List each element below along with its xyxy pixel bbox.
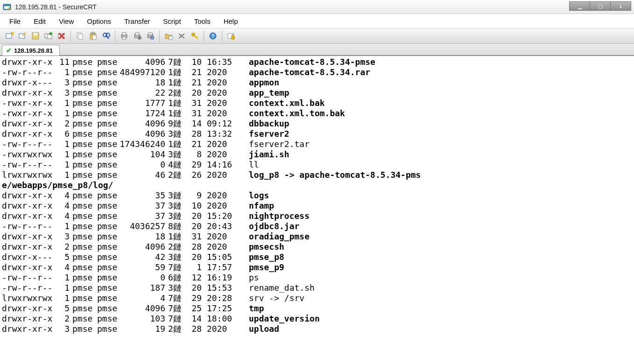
- col-user: pmse: [70, 108, 95, 119]
- listing-row: -rwxr-xr-x1pmsepmse17771鏈 31 2020context…: [2, 98, 632, 108]
- restore-button[interactable]: ⤓: [610, 1, 631, 11]
- menu-options[interactable]: Options: [87, 17, 111, 25]
- listing-row: -rw-r--r--1pmsepmse4849971201鏈 21 2020ap…: [2, 67, 632, 77]
- col-name: nightprocess: [247, 211, 310, 221]
- copy-icon[interactable]: [74, 30, 85, 42]
- col-links: 3: [56, 231, 70, 242]
- listing-row: drwxr-xr-x4pmsepmse373鏈 10 2020nfamp: [2, 201, 632, 211]
- quick-connect-icon[interactable]: [17, 30, 28, 42]
- listing-row: drwxr-xr-x4pmsepmse597鏈 1 17:57pmse_p9: [2, 262, 632, 273]
- col-size: 4096: [119, 57, 165, 67]
- col-size: 37: [119, 211, 165, 221]
- col-perm: drwxr-xr-x: [2, 314, 56, 324]
- col-date: 1鏈 21 2020: [165, 77, 247, 88]
- col-group: pmse: [95, 283, 119, 293]
- toolbar: ?: [0, 28, 634, 44]
- col-date: 3鏈 20 15:05: [165, 252, 247, 262]
- svg-rect-32: [169, 36, 172, 40]
- menu-help[interactable]: Help: [224, 17, 238, 25]
- svg-rect-8: [34, 33, 37, 35]
- print-setup-icon[interactable]: [132, 30, 143, 42]
- menu-bar: FileEditViewOptionsTransferScriptToolsHe…: [0, 14, 634, 28]
- listing-row: drwxr-xr-x4pmsepmse373鏈 20 15:20nightpro…: [2, 211, 632, 221]
- col-name: app_temp: [247, 88, 289, 98]
- col-name: pmse_p9: [247, 262, 284, 273]
- svg-rect-2: [4, 5, 10, 6]
- key-icon[interactable]: [189, 30, 200, 42]
- col-user: pmse: [70, 283, 95, 293]
- col-date: 8鏈 20 20:43: [165, 221, 247, 231]
- window-title: 128.195.28.81 - SecureCRT: [15, 3, 97, 11]
- maximize-button[interactable]: ▢: [590, 1, 611, 11]
- svg-point-35: [181, 35, 183, 37]
- col-links: 4: [56, 211, 70, 221]
- title-bar: 128.195.28.81 - SecureCRT ▁ ▢ ⤓: [0, 0, 634, 14]
- svg-point-11: [49, 32, 52, 35]
- col-perm: drwxr-xr-x: [2, 303, 56, 314]
- svg-text:?: ?: [211, 33, 215, 39]
- listing-row: drwxr-xr-x3pmsepmse192鏈 28 2020upload: [2, 324, 632, 334]
- col-size: 4036257: [119, 221, 165, 231]
- svg-point-4: [12, 34, 13, 35]
- col-name: jiami.sh: [247, 149, 289, 160]
- window-buttons: ▁ ▢ ⤓: [570, 1, 631, 11]
- col-perm: drwxr-x---: [2, 252, 56, 262]
- col-date: 1鏈 21 2020: [165, 139, 247, 149]
- menu-file[interactable]: File: [9, 17, 21, 25]
- col-size: 18: [119, 231, 165, 242]
- svg-rect-30: [148, 33, 152, 35]
- col-size: 19: [119, 324, 165, 334]
- lock-session-icon[interactable]: [225, 30, 237, 42]
- col-date: 3鏈 8 2020: [165, 149, 247, 160]
- col-size: 18: [119, 77, 165, 88]
- col-size: 4: [119, 293, 165, 303]
- folder-icon[interactable]: [163, 30, 174, 42]
- settings-icon[interactable]: [176, 30, 187, 42]
- toolbar-separator: [115, 30, 115, 42]
- help-icon[interactable]: ?: [207, 30, 218, 42]
- find-icon[interactable]: [100, 30, 112, 42]
- col-links: 1: [56, 170, 70, 180]
- col-name: fserver2: [247, 129, 289, 139]
- col-links: 11: [56, 57, 70, 67]
- col-name: rename_dat.sh: [247, 283, 315, 293]
- session-tab[interactable]: ✔ 128.195.28.81: [2, 45, 60, 56]
- col-date: 1鏈 31 2020: [165, 108, 247, 119]
- col-perm: drwxr-x---: [2, 77, 56, 88]
- menu-view[interactable]: View: [59, 17, 74, 25]
- disconnect-icon[interactable]: [56, 30, 67, 42]
- paste-icon[interactable]: [87, 30, 99, 42]
- col-links: 4: [56, 262, 70, 273]
- col-group: pmse: [95, 98, 119, 108]
- col-name: upload: [247, 324, 279, 334]
- print-preview-icon[interactable]: [145, 30, 156, 42]
- menu-transfer[interactable]: Transfer: [124, 17, 150, 25]
- col-date: 2鏈 20 2020: [165, 88, 247, 98]
- col-user: pmse: [70, 88, 95, 98]
- menu-script[interactable]: Script: [163, 17, 181, 25]
- menu-tools[interactable]: Tools: [194, 17, 211, 25]
- menu-edit[interactable]: Edit: [34, 17, 46, 25]
- col-group: pmse: [95, 324, 119, 334]
- new-session-icon[interactable]: [4, 30, 15, 42]
- print-icon[interactable]: [119, 30, 130, 42]
- col-name: update_version: [247, 314, 320, 324]
- save-session-icon[interactable]: [30, 30, 41, 42]
- minimize-button[interactable]: ▁: [569, 1, 590, 11]
- col-date: 2鏈 28 2020: [165, 242, 247, 252]
- col-group: pmse: [95, 303, 119, 314]
- col-size: 1724: [119, 108, 165, 119]
- col-links: 1: [56, 149, 70, 160]
- col-user: pmse: [70, 314, 95, 324]
- col-perm: lrwxrwxrwx: [2, 293, 56, 303]
- reconnect-icon[interactable]: [43, 30, 54, 42]
- col-links: 5: [56, 303, 70, 314]
- terminal-output[interactable]: drwxr-xr-x11pmsepmse40967鏈 10 16:35apach…: [0, 56, 634, 364]
- col-name: pmse_p8: [247, 252, 284, 262]
- tab-strip: ✔ 128.195.28.81: [0, 44, 634, 56]
- col-links: 2: [56, 242, 70, 252]
- col-user: pmse: [70, 242, 95, 252]
- svg-rect-42: [232, 36, 234, 39]
- col-perm: -rw-r--r--: [2, 283, 56, 293]
- col-group: pmse: [95, 190, 119, 201]
